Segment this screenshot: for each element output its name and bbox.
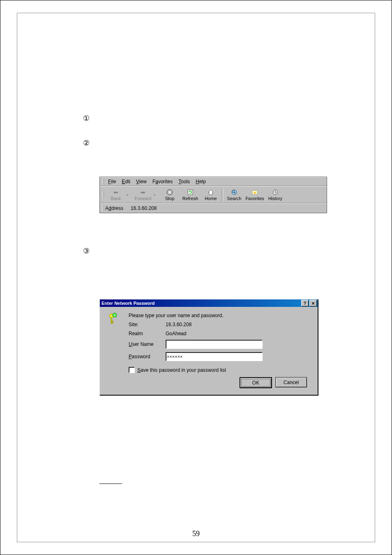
address-value[interactable]: 16.3.60.208 xyxy=(127,205,157,211)
home-label: Home xyxy=(205,196,217,201)
stop-button[interactable]: Stop xyxy=(159,187,180,202)
favorites-label: Favorites xyxy=(245,196,264,201)
back-dropdown[interactable]: ▾ xyxy=(127,193,131,197)
back-arrow-icon: ⬅ xyxy=(112,189,120,196)
save-password-checkbox[interactable] xyxy=(129,367,135,373)
menu-tools[interactable]: Tools xyxy=(175,178,193,185)
forward-label: Forward xyxy=(135,196,151,201)
history-icon xyxy=(271,189,279,196)
refresh-label: Refresh xyxy=(182,196,198,201)
button-toolbar: ⬅ Back ▾ ➡ Forward ▾ Stop Refresh xyxy=(100,186,327,203)
svg-point-17 xyxy=(114,314,115,316)
gripper-icon xyxy=(102,179,104,184)
password-dialog: Enter Network Password ? ✕ xyxy=(99,299,318,395)
favorites-button[interactable]: Favorites xyxy=(244,187,265,202)
realm-label: Realm xyxy=(129,331,166,336)
refresh-button[interactable]: Refresh xyxy=(180,187,201,202)
menu-favorites[interactable]: Favorites xyxy=(150,178,175,185)
stop-label: Stop xyxy=(165,196,175,201)
svg-rect-14 xyxy=(112,321,113,322)
menu-help[interactable]: Help xyxy=(193,178,209,185)
favorites-icon xyxy=(251,189,259,196)
dialog-titlebar[interactable]: Enter Network Password ? ✕ xyxy=(100,299,318,307)
forward-arrow-icon: ➡ xyxy=(139,189,147,196)
site-value: 16.3.60.208 xyxy=(166,322,191,327)
step-marker-2: ② xyxy=(83,138,90,147)
page-number: 59 xyxy=(0,530,392,538)
home-icon xyxy=(207,189,215,196)
svg-rect-15 xyxy=(112,322,113,323)
search-button[interactable]: Search xyxy=(224,187,244,202)
browser-toolbar: File Edit View Favorites Tools Help ⬅ Ba… xyxy=(99,177,327,213)
cancel-button[interactable]: Cancel xyxy=(275,377,307,387)
back-button[interactable]: ⬅ Back xyxy=(105,187,127,202)
address-label: Address xyxy=(105,205,123,211)
password-label: Password xyxy=(129,354,166,359)
dialog-title: Enter Network Password xyxy=(101,301,300,306)
separator xyxy=(222,188,223,201)
svg-rect-3 xyxy=(188,190,193,195)
help-button[interactable]: ? xyxy=(301,300,309,306)
gripper-icon xyxy=(102,205,104,211)
close-button[interactable]: ✕ xyxy=(309,300,317,306)
horizontal-rule xyxy=(99,484,122,484)
history-button[interactable]: History xyxy=(265,187,286,202)
site-label: Site: xyxy=(129,322,166,327)
password-input[interactable] xyxy=(166,352,263,361)
home-button[interactable]: Home xyxy=(201,187,221,202)
forward-dropdown[interactable]: ▾ xyxy=(154,193,158,197)
step-marker-1: ① xyxy=(83,114,90,123)
stop-icon xyxy=(166,189,174,196)
menu-file[interactable]: File xyxy=(105,178,119,185)
keys-icon xyxy=(107,313,120,326)
menu-view[interactable]: View xyxy=(133,178,150,185)
realm-value: GoAhead xyxy=(166,331,187,336)
ok-button[interactable]: OK xyxy=(240,377,272,388)
username-label: User Name xyxy=(129,341,166,347)
username-input[interactable] xyxy=(166,340,263,349)
search-icon xyxy=(230,189,238,196)
search-label: Search xyxy=(227,196,242,201)
save-password-label: Save this password in your password list xyxy=(137,367,226,373)
menubar: File Edit View Favorites Tools Help xyxy=(100,177,327,186)
back-label: Back xyxy=(111,196,121,201)
step-marker-3: ③ xyxy=(83,246,90,256)
dialog-instruction: Please type your user name and password. xyxy=(129,313,224,318)
history-label: History xyxy=(268,196,282,201)
address-bar: Address 16.3.60.208 xyxy=(100,203,327,213)
svg-point-12 xyxy=(111,315,112,317)
refresh-icon xyxy=(186,189,194,196)
gripper-icon xyxy=(102,192,104,198)
forward-button[interactable]: ➡ Forward xyxy=(132,187,154,202)
menu-edit[interactable]: Edit xyxy=(119,178,133,185)
